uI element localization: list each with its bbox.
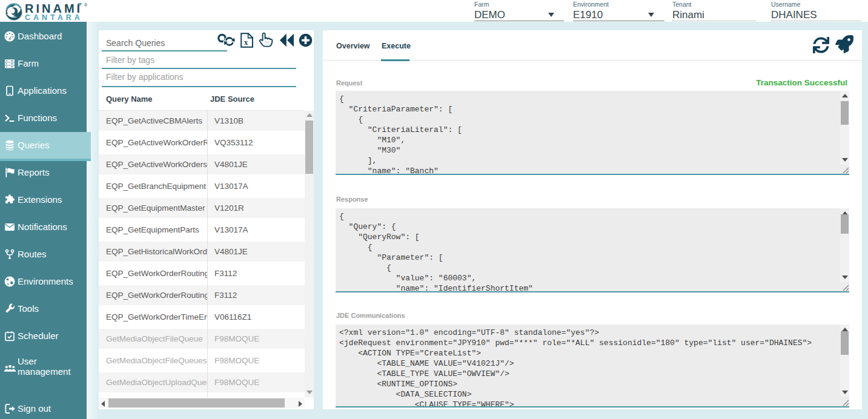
svg-text:CANTARA: CANTARA: [25, 13, 83, 22]
svg-text:x: x: [244, 38, 248, 47]
svg-text:®: ®: [84, 3, 88, 7]
